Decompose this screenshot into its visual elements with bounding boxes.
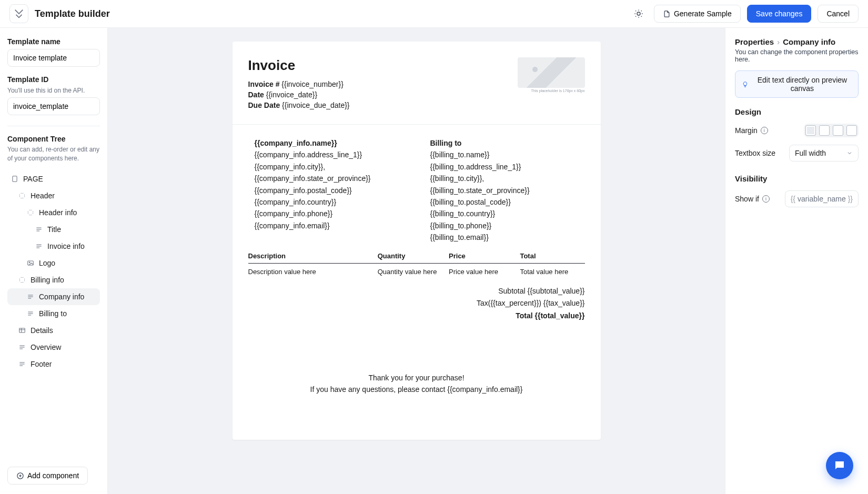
tree-item-company-info[interactable]: Company info: [7, 288, 100, 305]
tree-item-billing-info[interactable]: Billing info: [7, 271, 100, 288]
margin-option-sm[interactable]: [819, 125, 830, 136]
tree-item-footer[interactable]: Footer: [7, 356, 100, 372]
doc-footer: Thank you for your purchase! If you have…: [233, 322, 601, 440]
text-icon: [35, 242, 43, 250]
doc-title: Invoice: [248, 57, 350, 74]
text-icon: [35, 225, 43, 234]
lightbulb-icon: [742, 80, 749, 88]
tree-item-details[interactable]: Details: [7, 322, 100, 339]
edit-on-canvas-hint[interactable]: Edit text directly on preview canvas: [735, 70, 859, 98]
svg-rect-1: [13, 176, 17, 182]
breadcrumb: Properties › Company info: [735, 37, 859, 46]
info-icon[interactable]: i: [761, 127, 768, 134]
text-icon: [18, 360, 26, 368]
tree-help: You can add, re-order or edit any of you…: [7, 145, 100, 163]
line-items-table: Description Quantity Price Total Descrip…: [233, 249, 601, 280]
text-icon: [26, 309, 35, 318]
company-info-block[interactable]: {{company_info.name}} {{company_info.add…: [255, 137, 409, 244]
showif-label: Show if i: [735, 195, 770, 203]
col-quantity: Quantity: [378, 252, 449, 260]
image-icon: [26, 259, 35, 267]
document-preview[interactable]: Invoice Invoice # {{invoice_number}} Dat…: [233, 42, 601, 440]
topbar: Template builder Generate Sample Save ch…: [0, 0, 868, 28]
invoice-date-line: Date {{invoice_date}}: [248, 90, 350, 99]
template-id-label: Template ID: [7, 75, 100, 84]
tree-item-logo[interactable]: Logo: [7, 255, 100, 271]
template-id-help: You'll use this id on the API.: [7, 87, 100, 94]
design-section-title: Design: [735, 107, 859, 116]
section-icon: [26, 208, 35, 217]
col-total: Total: [520, 252, 584, 260]
theme-toggle-icon[interactable]: [630, 5, 648, 23]
tree-item-title[interactable]: Title: [7, 221, 100, 238]
svg-rect-4: [19, 328, 25, 332]
margin-label: Margin i: [735, 126, 768, 135]
logo-placeholder: [518, 57, 585, 88]
component-tree: PAGE Header Header info Title Invoice in…: [7, 170, 100, 372]
logo-caption: This placeholder is 178px x 80px: [518, 89, 585, 93]
file-icon: [663, 10, 671, 18]
section-icon: [18, 276, 26, 284]
properties-help: You can change the component properties …: [735, 48, 859, 63]
margin-option-lg[interactable]: [846, 125, 857, 136]
app-logo-icon: [9, 4, 28, 23]
invoice-due-line: Due Date {{invoice_due_date}}: [248, 101, 350, 109]
svg-point-0: [637, 12, 640, 15]
textbox-size-label: Textbox size: [735, 149, 775, 157]
plus-circle-icon: [16, 472, 24, 480]
billing-to-block[interactable]: Billing to {{billing_to.name}} {{billing…: [430, 137, 585, 244]
tree-item-page[interactable]: PAGE: [7, 170, 100, 187]
left-panel: Template name Template ID You'll use thi…: [0, 28, 108, 494]
properties-panel: Properties › Company info You can change…: [725, 28, 868, 494]
text-icon: [26, 293, 35, 301]
tree-item-invoice-info[interactable]: Invoice info: [7, 238, 100, 255]
showif-input[interactable]: {{ variable_name }}: [785, 190, 859, 207]
col-price: Price: [449, 252, 520, 260]
chevron-down-icon: [846, 150, 853, 156]
page-icon: [11, 175, 19, 183]
col-description: Description: [248, 252, 378, 260]
divider: [7, 126, 100, 126]
chat-fab[interactable]: [826, 452, 853, 479]
app-title: Template builder: [35, 8, 110, 19]
generate-sample-button[interactable]: Generate Sample: [654, 5, 741, 23]
margin-option-md[interactable]: [833, 125, 843, 136]
chevron-right-icon: ›: [777, 37, 780, 46]
add-component-button[interactable]: Add component: [7, 467, 88, 485]
text-icon: [18, 343, 26, 351]
template-name-label: Template name: [7, 37, 100, 46]
svg-point-3: [29, 261, 30, 263]
tree-title: Component Tree: [7, 135, 100, 143]
save-changes-button[interactable]: Save changes: [747, 5, 812, 23]
table-icon: [18, 326, 26, 335]
section-icon: [18, 191, 26, 200]
tree-item-header-info[interactable]: Header info: [7, 204, 100, 221]
info-icon[interactable]: i: [762, 195, 770, 203]
textbox-size-select[interactable]: Full width: [789, 145, 859, 162]
margin-option-none[interactable]: [805, 125, 816, 136]
chat-icon: [833, 459, 846, 472]
tree-item-header[interactable]: Header: [7, 187, 100, 204]
invoice-number-line: Invoice # {{invoice_number}}: [248, 80, 350, 88]
margin-picker[interactable]: [804, 124, 859, 137]
template-name-input[interactable]: [7, 49, 100, 67]
cancel-button[interactable]: Cancel: [817, 5, 859, 23]
canvas[interactable]: Invoice Invoice # {{invoice_number}} Dat…: [108, 28, 725, 494]
template-id-input[interactable]: [7, 97, 100, 115]
svg-rect-2: [28, 261, 34, 265]
tree-item-billing-to[interactable]: Billing to: [7, 305, 100, 322]
totals-block: Subtotal {{subtotal_value}} Tax({{tax_pe…: [233, 280, 601, 322]
tree-item-overview[interactable]: Overview: [7, 339, 100, 356]
visibility-section-title: Visibility: [735, 174, 859, 183]
table-row: Description value here Quantity value he…: [248, 264, 585, 280]
